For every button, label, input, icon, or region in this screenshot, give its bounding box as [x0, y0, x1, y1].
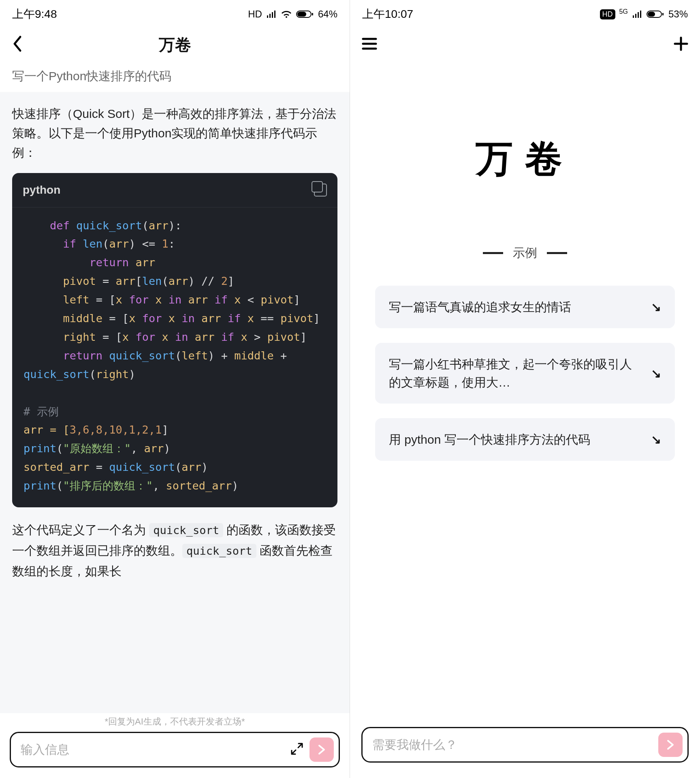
menu-icon[interactable] [361, 37, 378, 52]
message-input-bar [361, 727, 689, 763]
message-input[interactable] [372, 738, 658, 752]
battery-percent: 53% [668, 9, 688, 20]
code-body: def quick_sort(arr): if len(arr) <= 1: r… [12, 207, 337, 507]
answer-intro: 快速排序（Quick Sort）是一种高效的排序算法，基于分治法策略。以下是一个… [12, 104, 337, 162]
status-time: 上午9:48 [12, 6, 57, 22]
message-input[interactable] [21, 743, 284, 757]
example-prompt-card[interactable]: 用 python 写一个快速排序方法的代码 ↘ [375, 418, 675, 461]
hd-icon: HD [600, 9, 615, 19]
signal-icon [632, 10, 642, 19]
send-button[interactable] [658, 733, 683, 757]
status-time: 上午10:07 [362, 6, 413, 22]
wifi-icon [281, 10, 292, 19]
send-button[interactable] [309, 737, 334, 762]
nav-bar: 万卷 [0, 28, 350, 61]
answer-followup: 这个代码定义了一个名为 quick_sort 的函数，该函数接受一个数组并返回已… [12, 519, 337, 581]
chat-detail-panel: 上午9:48 HD 64% 万卷 写一个Python快速排序的代码 快速排序（Q… [0, 0, 350, 778]
copy-icon[interactable] [314, 184, 327, 197]
ai-disclaimer: *回复为AI生成，不代表开发者立场* [0, 713, 350, 732]
example-text: 写一篇小红书种草推文，起一个夸张的吸引人的文章标题，使用大… [389, 355, 651, 391]
expand-icon[interactable] [290, 742, 304, 757]
message-input-bar [10, 732, 340, 767]
battery-percent: 64% [318, 9, 337, 20]
home-panel: 上午10:07 HD 5G 53% 万卷 示例 写一篇语气真诚的追求女生的情话 … [350, 0, 700, 778]
nav-bar [350, 28, 700, 61]
svg-rect-1 [297, 12, 306, 17]
divider-icon [547, 252, 567, 254]
code-language: python [23, 180, 60, 200]
arrow-down-right-icon: ↘ [651, 432, 661, 447]
example-text: 用 python 写一个快速排序方法的代码 [389, 430, 651, 449]
code-block: python def quick_sort(arr): if len(arr) … [12, 173, 337, 507]
arrow-down-right-icon: ↘ [651, 300, 661, 314]
battery-icon [296, 10, 314, 19]
home-content: 万卷 示例 写一篇语气真诚的追求女生的情话 ↘ 写一篇小红书种草推文，起一个夸张… [350, 61, 700, 778]
examples-header: 示例 [483, 245, 567, 261]
examples-label: 示例 [513, 245, 537, 261]
svg-rect-4 [648, 12, 655, 17]
signal-icon [266, 10, 277, 19]
assistant-answer: 快速排序（Quick Sort）是一种高效的排序算法，基于分治法策略。以下是一个… [0, 92, 350, 713]
svg-rect-2 [312, 13, 313, 15]
svg-rect-5 [662, 13, 664, 15]
inline-code: quick_sort [182, 544, 256, 558]
inline-code: quick_sort [149, 523, 223, 537]
status-bar: 上午9:48 HD 64% [0, 0, 350, 28]
example-text: 写一篇语气真诚的追求女生的情话 [389, 298, 651, 316]
status-bar: 上午10:07 HD 5G 53% [350, 0, 700, 28]
brand-logo: 万卷 [476, 134, 574, 184]
hd-icon: HD [248, 9, 262, 20]
arrow-down-right-icon: ↘ [651, 366, 661, 380]
status-right: HD 5G 53% [600, 9, 688, 20]
code-header: python [12, 173, 337, 207]
plus-icon[interactable] [673, 36, 689, 53]
user-prompt: 写一个Python快速排序的代码 [0, 61, 350, 92]
status-right: HD 64% [248, 9, 337, 20]
battery-icon [647, 10, 664, 19]
example-prompt-card[interactable]: 写一篇语气真诚的追求女生的情话 ↘ [375, 286, 675, 328]
page-title: 万卷 [36, 34, 314, 56]
back-icon[interactable] [11, 35, 24, 54]
example-prompt-card[interactable]: 写一篇小红书种草推文，起一个夸张的吸引人的文章标题，使用大… ↘ [375, 343, 675, 404]
signal-5g-icon: 5G [619, 8, 628, 15]
divider-icon [483, 252, 503, 254]
